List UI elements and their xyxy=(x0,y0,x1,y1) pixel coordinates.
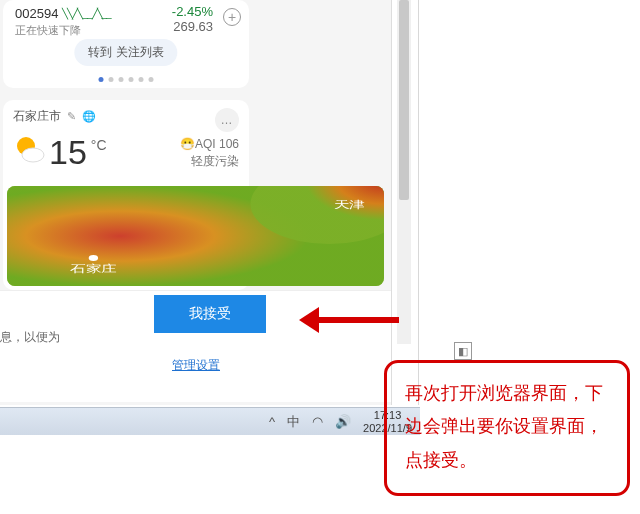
temperature-unit: °C xyxy=(91,137,107,153)
panel-divider xyxy=(418,0,419,405)
tray-chevron-icon[interactable]: ^ xyxy=(269,414,275,429)
manage-settings-link[interactable]: 管理设置 xyxy=(172,357,220,374)
annotation-box: 再次打开浏览器界面，下边会弹出要你设置界面，点接受。 xyxy=(384,360,630,496)
taskbar: ^ 中 ◠ 🔊 17:13 2022/11/9 xyxy=(0,407,420,435)
wifi-icon[interactable]: ◠ xyxy=(312,414,323,429)
mask-icon: 😷 xyxy=(180,137,195,151)
more-icon[interactable]: … xyxy=(215,108,239,132)
sparkline-icon: ╲╲╱╲__╱╲__ xyxy=(62,8,110,19)
accept-button[interactable]: 我接受 xyxy=(154,295,266,333)
goto-watchlist-button[interactable]: 转到 关注列表 xyxy=(74,39,177,66)
map-city-main: 石家庄 xyxy=(70,263,117,274)
ime-indicator[interactable]: 中 xyxy=(287,413,300,431)
consent-partial-text: 息，以便为 xyxy=(0,329,60,346)
side-panel-toggle-icon[interactable]: ◧ xyxy=(454,342,472,360)
stock-code: 002594 xyxy=(15,6,58,21)
svg-point-1 xyxy=(22,148,44,162)
weather-city: 石家庄市 xyxy=(13,108,61,125)
stock-value: 269.63 xyxy=(172,19,213,34)
edit-icon[interactable]: ✎ xyxy=(67,110,76,123)
weather-heatmap[interactable]: 石家庄 天津 xyxy=(7,186,384,286)
globe-icon[interactable]: 🌐 xyxy=(82,110,96,123)
add-stock-icon[interactable]: + xyxy=(223,8,241,26)
volume-icon[interactable]: 🔊 xyxy=(335,414,351,429)
aqi-description: 轻度污染 xyxy=(180,153,239,170)
scrollbar-vertical[interactable] xyxy=(397,0,411,344)
aqi-label: AQI 106 xyxy=(195,137,239,151)
map-city-other: 天津 xyxy=(334,199,365,210)
temperature-value: 15 xyxy=(49,133,87,172)
annotation-arrow xyxy=(299,307,399,333)
stock-change-percent: -2.45% xyxy=(172,4,213,19)
carousel-dots[interactable] xyxy=(99,77,154,82)
widgets-feed-panel: 002594 ╲╲╱╲__╱╲__ 正在快速下降 -2.45% 269.63 +… xyxy=(0,0,392,405)
svg-point-5 xyxy=(89,255,98,261)
stock-card[interactable]: 002594 ╲╲╱╲__╱╲__ 正在快速下降 -2.45% 269.63 +… xyxy=(3,0,249,88)
weather-sun-cloud-icon xyxy=(13,133,45,165)
scrollbar-thumb[interactable] xyxy=(399,0,409,200)
